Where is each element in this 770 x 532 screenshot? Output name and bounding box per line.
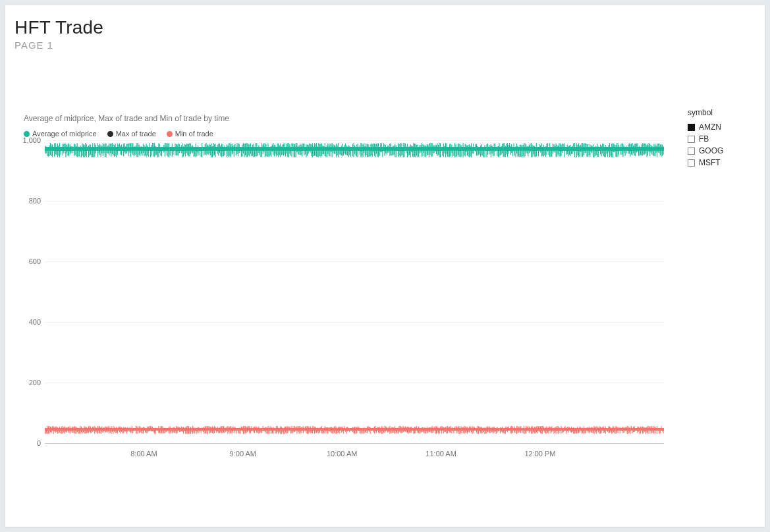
slicer-item-goog[interactable]: GOOG <box>688 145 760 157</box>
checkbox-icon[interactable] <box>688 159 695 167</box>
svg-rect-530 <box>620 144 621 155</box>
checkbox-icon[interactable] <box>688 124 695 131</box>
svg-rect-285 <box>354 146 355 154</box>
svg-rect-902 <box>402 427 402 433</box>
svg-rect-325 <box>398 144 399 157</box>
svg-rect-380 <box>456 144 456 157</box>
svg-rect-1122 <box>642 427 643 434</box>
svg-rect-566 <box>659 144 659 153</box>
svg-rect-52 <box>103 143 103 155</box>
svg-rect-251 <box>318 143 319 157</box>
grid-line <box>45 383 664 383</box>
svg-rect-241 <box>308 145 309 154</box>
svg-rect-319 <box>391 144 391 155</box>
svg-rect-261 <box>329 146 329 156</box>
svg-rect-289 <box>360 146 360 155</box>
svg-rect-1017 <box>527 427 528 431</box>
svg-rect-409 <box>489 145 490 154</box>
svg-rect-876 <box>375 426 375 431</box>
svg-rect-310 <box>381 143 382 152</box>
slicer-item-fb[interactable]: FB <box>688 133 760 145</box>
svg-rect-1004 <box>511 426 512 433</box>
svg-rect-984 <box>489 427 489 433</box>
svg-rect-706 <box>188 426 189 434</box>
legend-item-min-trade[interactable]: Min of trade <box>167 130 213 138</box>
svg-rect-162 <box>225 146 225 155</box>
svg-rect-1103 <box>620 427 620 434</box>
svg-rect-338 <box>411 146 412 152</box>
svg-rect-306 <box>377 144 378 157</box>
svg-rect-459 <box>543 145 544 157</box>
svg-rect-967 <box>470 426 471 430</box>
svg-rect-320 <box>391 147 392 156</box>
slicer-symbol[interactable]: symbol AMZN FB GOOG MSFT <box>688 108 760 169</box>
svg-rect-163 <box>227 144 227 157</box>
svg-rect-1064 <box>577 427 578 433</box>
svg-rect-1137 <box>660 429 661 433</box>
svg-rect-82 <box>134 146 135 155</box>
svg-rect-575 <box>48 426 49 434</box>
svg-rect-1058 <box>571 427 572 433</box>
svg-rect-942 <box>444 427 445 432</box>
svg-rect-515 <box>604 148 605 157</box>
slicer-item-amzn[interactable]: AMZN <box>688 121 760 133</box>
svg-rect-767 <box>256 427 256 431</box>
svg-rect-1006 <box>514 426 515 433</box>
svg-rect-424 <box>506 144 507 154</box>
svg-rect-354 <box>427 145 428 155</box>
svg-rect-913 <box>414 427 415 433</box>
svg-rect-579 <box>52 426 53 431</box>
svg-rect-622 <box>96 429 97 433</box>
svg-rect-688 <box>170 426 171 433</box>
svg-rect-755 <box>242 427 242 431</box>
svg-rect-392 <box>469 144 470 157</box>
svg-rect-782 <box>272 428 273 433</box>
svg-rect-666 <box>145 428 146 433</box>
svg-rect-595 <box>69 427 69 433</box>
svg-rect-536 <box>628 144 628 153</box>
svg-rect-344 <box>418 145 418 157</box>
svg-rect-190 <box>256 143 256 156</box>
svg-rect-723 <box>208 426 209 431</box>
svg-rect-734 <box>219 427 220 433</box>
svg-rect-1016 <box>526 426 526 433</box>
svg-rect-671 <box>150 426 151 430</box>
svg-rect-1007 <box>515 429 516 433</box>
svg-rect-104 <box>157 147 158 157</box>
chart-plot-area[interactable]: 0 200 400 600 800 1,000 <box>45 140 664 443</box>
svg-rect-845 <box>339 427 340 434</box>
svg-rect-295 <box>366 144 366 155</box>
svg-rect-158 <box>220 146 221 156</box>
svg-rect-652 <box>127 427 128 432</box>
svg-rect-724 <box>209 426 209 433</box>
svg-rect-207 <box>273 143 273 155</box>
svg-rect-471 <box>556 144 557 157</box>
svg-rect-256 <box>323 146 324 154</box>
checkbox-icon[interactable] <box>688 147 695 155</box>
svg-rect-469 <box>553 144 554 151</box>
svg-rect-171 <box>234 144 235 150</box>
svg-rect-331 <box>404 143 404 157</box>
svg-rect-1014 <box>524 426 524 434</box>
svg-rect-916 <box>418 428 418 433</box>
svg-rect-275 <box>343 149 344 155</box>
svg-rect-1020 <box>530 428 530 431</box>
svg-rect-1062 <box>575 428 576 433</box>
svg-rect-1034 <box>544 429 545 433</box>
svg-rect-186 <box>251 148 252 156</box>
svg-rect-356 <box>429 143 430 154</box>
checkbox-icon[interactable] <box>688 136 695 143</box>
svg-rect-863 <box>360 429 360 433</box>
svg-rect-617 <box>92 429 92 433</box>
slicer-item-msft[interactable]: MSFT <box>688 157 760 169</box>
svg-rect-183 <box>248 144 249 156</box>
chart-visual[interactable]: Average of midprice, Max of trade and Mi… <box>24 114 669 483</box>
legend-item-max-trade[interactable]: Max of trade <box>107 130 156 138</box>
svg-rect-979 <box>483 429 484 432</box>
svg-rect-802 <box>294 426 294 432</box>
svg-rect-548 <box>640 147 641 155</box>
svg-rect-454 <box>538 147 539 156</box>
svg-rect-547 <box>639 146 640 156</box>
svg-rect-914 <box>415 427 416 433</box>
svg-rect-67 <box>118 145 119 151</box>
